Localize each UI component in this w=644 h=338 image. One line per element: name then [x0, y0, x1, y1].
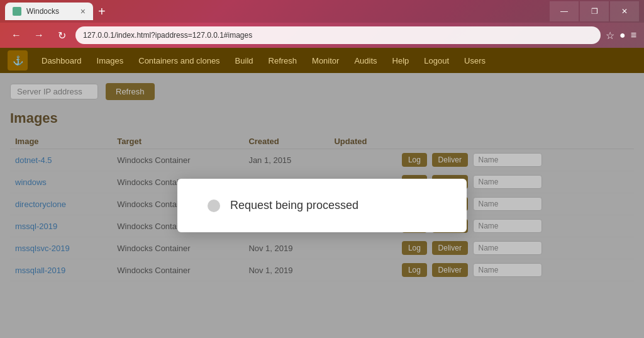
nav-item-refresh[interactable]: Refresh — [262, 52, 304, 69]
close-button[interactable]: ✕ — [610, 1, 639, 21]
title-bar: Windocks × + — ❐ ✕ — [0, 0, 644, 23]
modal-box: Request being processed — [177, 179, 467, 232]
browser-icons: ☆ ● ≡ — [606, 30, 636, 42]
back-button[interactable]: ← — [8, 26, 25, 44]
anchor-icon: ⚓ — [13, 55, 23, 65]
forward-button[interactable]: → — [30, 26, 48, 44]
nav-item-audits[interactable]: Audits — [348, 52, 383, 69]
nav-item-monitor[interactable]: Monitor — [306, 52, 345, 69]
modal-overlay: Request being processed — [0, 73, 644, 338]
browser-tab[interactable]: Windocks × — [5, 3, 93, 20]
main-content: Refresh Images Image Target Created Upda… — [0, 73, 644, 338]
address-input[interactable] — [75, 26, 601, 44]
reload-button[interactable]: ↻ — [53, 26, 70, 44]
nav-item-containers[interactable]: Containers and clones — [132, 52, 226, 69]
nav-item-help[interactable]: Help — [386, 52, 416, 69]
window-controls: — ❐ ✕ — [550, 1, 639, 21]
app-logo: ⚓ — [8, 50, 28, 70]
minimize-button[interactable]: — — [550, 1, 579, 21]
spinner-icon — [208, 200, 220, 212]
address-bar: ← → ↻ ☆ ● ≡ — [0, 23, 644, 48]
shield-icon: ● — [619, 30, 626, 42]
tab-favicon — [13, 7, 21, 16]
nav-item-logout[interactable]: Logout — [418, 52, 455, 69]
tab-label: Windocks — [26, 7, 59, 16]
new-tab-button[interactable]: + — [98, 4, 106, 19]
bookmark-icon[interactable]: ☆ — [606, 30, 614, 42]
modal-message: Request being processed — [230, 199, 358, 212]
app-nav: ⚓ Dashboard Images Containers and clones… — [0, 48, 644, 73]
nav-item-images[interactable]: Images — [91, 52, 130, 69]
browser-chrome: Windocks × + — ❐ ✕ ← → ↻ ☆ ● ≡ — [0, 0, 644, 48]
menu-icon[interactable]: ≡ — [631, 30, 636, 42]
restore-button[interactable]: ❐ — [580, 1, 609, 21]
nav-item-dashboard[interactable]: Dashboard — [35, 52, 88, 69]
nav-item-build[interactable]: Build — [229, 52, 260, 69]
nav-item-users[interactable]: Users — [458, 52, 492, 69]
tab-close-button[interactable]: × — [80, 6, 86, 16]
